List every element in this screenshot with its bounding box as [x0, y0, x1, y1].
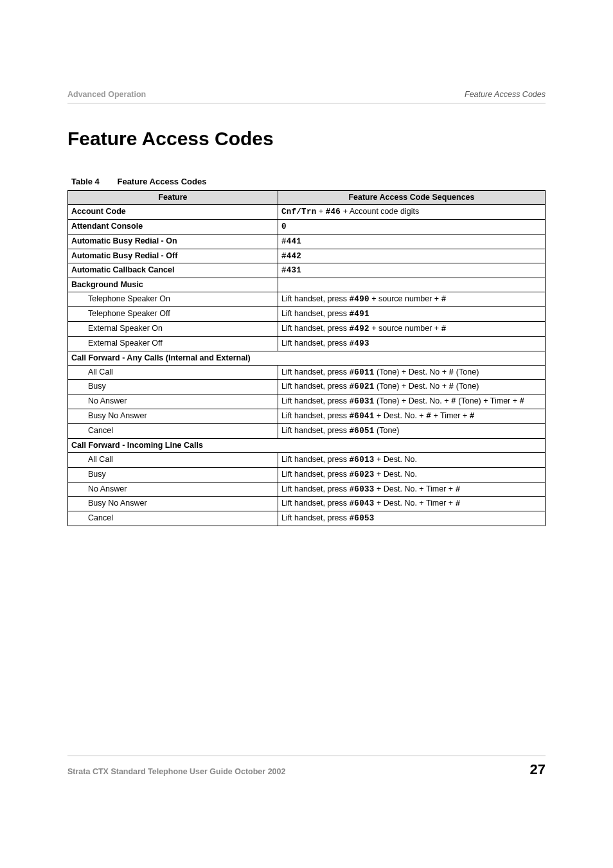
- sequence-cell: Lift handset, press #6011 (Tone) + Dest.…: [278, 365, 545, 380]
- code-text: #: [470, 412, 475, 421]
- feature-sub: Busy: [71, 381, 106, 392]
- feature-cell: Busy: [68, 380, 278, 394]
- table-row: Automatic Callback Cancel #431: [68, 263, 546, 278]
- feature-sub: Busy No Answer: [71, 411, 147, 421]
- header-right: Feature Access Codes: [465, 90, 546, 99]
- code-text: #: [426, 412, 431, 421]
- sequence-cell: Lift handset, press #6013 + Dest. No.: [278, 452, 545, 467]
- feature-sub: Busy: [71, 469, 106, 480]
- feature-sub: Telephone Speaker On: [71, 294, 170, 305]
- feature-sub: All Call: [71, 367, 113, 378]
- feature-cell: Account Code: [68, 204, 278, 219]
- feature-sub: No Answer: [71, 484, 127, 495]
- feature-cell: Cancel: [68, 511, 278, 526]
- sequence-cell: #431: [278, 263, 545, 278]
- feature-cell: External Speaker Off: [68, 336, 278, 351]
- seq-text: + source number +: [369, 324, 441, 333]
- col-feature: Feature: [68, 191, 278, 205]
- code-text: #: [451, 397, 456, 406]
- feature-sub: All Call: [71, 454, 113, 465]
- feature-cell: External Speaker On: [68, 321, 278, 336]
- code-text: 0: [281, 222, 287, 231]
- seq-text: Lift handset, press: [281, 396, 350, 405]
- code-text: #493: [350, 339, 369, 348]
- table-row: Busy No Answer Lift handset, press #6043…: [68, 497, 546, 511]
- code-text: #490: [350, 295, 369, 304]
- feature-sub: External Speaker On: [71, 323, 163, 334]
- feature-sub: External Speaker Off: [71, 338, 163, 349]
- seq-text: Lift handset, press: [281, 455, 350, 464]
- code-text: #6013: [350, 456, 375, 465]
- feature-cell: All Call: [68, 365, 278, 380]
- feature-sub: Telephone Speaker Off: [71, 308, 170, 319]
- table-row: Telephone Speaker On Lift handset, press…: [68, 292, 546, 307]
- sequence-cell: [278, 278, 545, 292]
- code-text: #6041: [350, 412, 375, 421]
- seq-text: Lift handset, press: [281, 368, 350, 376]
- footer-text: Strata CTX Standard Telephone User Guide…: [67, 767, 285, 776]
- feature-cell: Busy No Answer: [68, 409, 278, 424]
- table-row: Call Forward - Incoming Line Calls: [68, 438, 546, 452]
- code-text: #6043: [350, 499, 375, 508]
- seq-text: + Account code digits: [341, 207, 419, 216]
- feature-sub: Busy No Answer: [71, 498, 147, 509]
- code-text: #6021: [350, 382, 375, 391]
- sequence-cell: Lift handset, press #6041 + Dest. No. + …: [278, 409, 545, 424]
- seq-text: + Timer +: [431, 411, 470, 420]
- seq-text: Lift handset, press: [281, 294, 350, 303]
- seq-text: +: [317, 207, 326, 216]
- sequence-cell: Lift handset, press #6023 + Dest. No.: [278, 467, 545, 482]
- feature-cell: Background Music: [68, 278, 278, 292]
- seq-text: Lift handset, press: [281, 513, 350, 522]
- code-text: #6023: [350, 470, 375, 479]
- seq-text: Lift handset, press: [281, 382, 350, 391]
- sequence-cell: 0: [278, 219, 545, 234]
- table-caption: Table 4 Feature Access Codes: [71, 177, 546, 186]
- feature-cell: No Answer: [68, 482, 278, 497]
- seq-text: Lift handset, press: [281, 324, 350, 333]
- sequence-cell: #441: [278, 234, 545, 249]
- feature-sub: Cancel: [71, 425, 113, 436]
- code-text: #: [520, 397, 525, 406]
- table-row: Busy No Answer Lift handset, press #6041…: [68, 409, 546, 424]
- table-row: Telephone Speaker Off Lift handset, pres…: [68, 307, 546, 322]
- seq-text: + Dest. No.: [375, 470, 417, 479]
- feature-cell: Automatic Busy Redial - On: [68, 234, 278, 249]
- code-text: #441: [281, 237, 301, 246]
- code-text: #492: [350, 324, 369, 333]
- table-row: Automatic Busy Redial - On #441: [68, 234, 546, 249]
- feature-access-codes-table: Feature Feature Access Code Sequences Ac…: [67, 190, 546, 526]
- table-row: Automatic Busy Redial - Off #442: [68, 249, 546, 263]
- table-caption-text: Feature Access Codes: [117, 177, 206, 186]
- code-text: #46: [326, 208, 341, 217]
- sequence-cell: Lift handset, press #6043 + Dest. No. + …: [278, 497, 545, 511]
- table-row: All Call Lift handset, press #6013 + Des…: [68, 452, 546, 467]
- feature-section: Call Forward - Incoming Line Calls: [68, 438, 546, 452]
- seq-text: Lift handset, press: [281, 470, 350, 479]
- table-row: Busy Lift handset, press #6023 + Dest. N…: [68, 467, 546, 482]
- page-number: 27: [530, 761, 546, 778]
- code-text: #491: [350, 310, 369, 319]
- seq-text: Lift handset, press: [281, 484, 350, 493]
- code-text: #: [441, 324, 447, 333]
- table-row: All Call Lift handset, press #6011 (Tone…: [68, 365, 546, 380]
- header-left: Advanced Operation: [67, 90, 146, 99]
- table-row: Account Code Cnf/Trn + #46 + Account cod…: [68, 204, 546, 219]
- seq-text: (Tone) + Dest. No. +: [375, 396, 452, 405]
- running-header: Advanced Operation Feature Access Codes: [67, 90, 546, 103]
- sequence-cell: Lift handset, press #6021 (Tone) + Dest.…: [278, 380, 545, 394]
- seq-text: + source number +: [369, 294, 441, 303]
- code-text: #442: [281, 252, 301, 261]
- sequence-cell: Cnf/Trn + #46 + Account code digits: [278, 204, 545, 219]
- seq-text: Lift handset, press: [281, 411, 350, 420]
- seq-text: (Tone) + Dest. No +: [375, 368, 449, 376]
- feature-cell: Attendant Console: [68, 219, 278, 234]
- sequence-cell: Lift handset, press #492 + source number…: [278, 321, 545, 336]
- feature-sub: No Answer: [71, 396, 127, 407]
- code-text: #: [456, 485, 461, 494]
- code-text: #431: [281, 266, 301, 275]
- feature-cell: Telephone Speaker On: [68, 292, 278, 307]
- code-text: #6053: [350, 514, 375, 523]
- code-text: #: [456, 499, 461, 508]
- seq-text: (Tone) + Dest. No +: [375, 382, 449, 391]
